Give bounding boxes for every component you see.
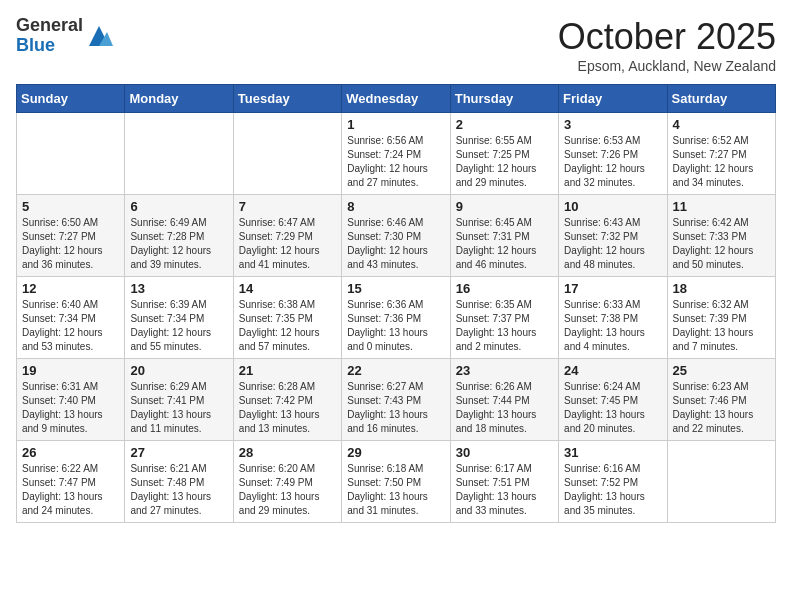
day-info: Sunrise: 6:50 AM Sunset: 7:27 PM Dayligh… [22,216,119,272]
day-info: Sunrise: 6:52 AM Sunset: 7:27 PM Dayligh… [673,134,770,190]
calendar-cell: 17Sunrise: 6:33 AM Sunset: 7:38 PM Dayli… [559,277,667,359]
day-number: 26 [22,445,119,460]
weekday-header-monday: Monday [125,85,233,113]
calendar-cell: 31Sunrise: 6:16 AM Sunset: 7:52 PM Dayli… [559,441,667,523]
day-number: 13 [130,281,227,296]
day-number: 5 [22,199,119,214]
calendar-cell [667,441,775,523]
day-number: 8 [347,199,444,214]
day-info: Sunrise: 6:17 AM Sunset: 7:51 PM Dayligh… [456,462,553,518]
weekday-header-sunday: Sunday [17,85,125,113]
day-number: 3 [564,117,661,132]
calendar-cell: 18Sunrise: 6:32 AM Sunset: 7:39 PM Dayli… [667,277,775,359]
calendar-cell: 6Sunrise: 6:49 AM Sunset: 7:28 PM Daylig… [125,195,233,277]
day-info: Sunrise: 6:33 AM Sunset: 7:38 PM Dayligh… [564,298,661,354]
day-info: Sunrise: 6:43 AM Sunset: 7:32 PM Dayligh… [564,216,661,272]
day-number: 7 [239,199,336,214]
calendar-week-row: 12Sunrise: 6:40 AM Sunset: 7:34 PM Dayli… [17,277,776,359]
day-info: Sunrise: 6:32 AM Sunset: 7:39 PM Dayligh… [673,298,770,354]
day-info: Sunrise: 6:38 AM Sunset: 7:35 PM Dayligh… [239,298,336,354]
calendar-week-row: 1Sunrise: 6:56 AM Sunset: 7:24 PM Daylig… [17,113,776,195]
logo-icon [85,22,113,50]
day-number: 20 [130,363,227,378]
day-info: Sunrise: 6:35 AM Sunset: 7:37 PM Dayligh… [456,298,553,354]
calendar-cell: 22Sunrise: 6:27 AM Sunset: 7:43 PM Dayli… [342,359,450,441]
calendar-cell: 25Sunrise: 6:23 AM Sunset: 7:46 PM Dayli… [667,359,775,441]
day-info: Sunrise: 6:28 AM Sunset: 7:42 PM Dayligh… [239,380,336,436]
day-number: 4 [673,117,770,132]
day-number: 23 [456,363,553,378]
calendar-week-row: 26Sunrise: 6:22 AM Sunset: 7:47 PM Dayli… [17,441,776,523]
day-number: 28 [239,445,336,460]
day-number: 24 [564,363,661,378]
day-number: 29 [347,445,444,460]
day-info: Sunrise: 6:49 AM Sunset: 7:28 PM Dayligh… [130,216,227,272]
day-number: 18 [673,281,770,296]
calendar-cell: 16Sunrise: 6:35 AM Sunset: 7:37 PM Dayli… [450,277,558,359]
day-number: 30 [456,445,553,460]
calendar-cell: 8Sunrise: 6:46 AM Sunset: 7:30 PM Daylig… [342,195,450,277]
calendar-cell: 3Sunrise: 6:53 AM Sunset: 7:26 PM Daylig… [559,113,667,195]
calendar-cell: 1Sunrise: 6:56 AM Sunset: 7:24 PM Daylig… [342,113,450,195]
calendar-cell: 5Sunrise: 6:50 AM Sunset: 7:27 PM Daylig… [17,195,125,277]
weekday-header-friday: Friday [559,85,667,113]
day-number: 27 [130,445,227,460]
weekday-header-thursday: Thursday [450,85,558,113]
calendar-cell: 30Sunrise: 6:17 AM Sunset: 7:51 PM Dayli… [450,441,558,523]
calendar-cell: 19Sunrise: 6:31 AM Sunset: 7:40 PM Dayli… [17,359,125,441]
day-number: 12 [22,281,119,296]
logo-general-text: General [16,16,83,36]
calendar-cell: 27Sunrise: 6:21 AM Sunset: 7:48 PM Dayli… [125,441,233,523]
calendar-cell: 21Sunrise: 6:28 AM Sunset: 7:42 PM Dayli… [233,359,341,441]
calendar-cell: 4Sunrise: 6:52 AM Sunset: 7:27 PM Daylig… [667,113,775,195]
day-info: Sunrise: 6:39 AM Sunset: 7:34 PM Dayligh… [130,298,227,354]
day-number: 17 [564,281,661,296]
weekday-header-saturday: Saturday [667,85,775,113]
calendar-cell: 24Sunrise: 6:24 AM Sunset: 7:45 PM Dayli… [559,359,667,441]
weekday-header-tuesday: Tuesday [233,85,341,113]
calendar-cell: 12Sunrise: 6:40 AM Sunset: 7:34 PM Dayli… [17,277,125,359]
day-info: Sunrise: 6:18 AM Sunset: 7:50 PM Dayligh… [347,462,444,518]
day-info: Sunrise: 6:55 AM Sunset: 7:25 PM Dayligh… [456,134,553,190]
calendar-week-row: 5Sunrise: 6:50 AM Sunset: 7:27 PM Daylig… [17,195,776,277]
logo-blue-text: Blue [16,36,83,56]
day-info: Sunrise: 6:31 AM Sunset: 7:40 PM Dayligh… [22,380,119,436]
calendar-cell: 15Sunrise: 6:36 AM Sunset: 7:36 PM Dayli… [342,277,450,359]
calendar-table: SundayMondayTuesdayWednesdayThursdayFrid… [16,84,776,523]
calendar-cell: 14Sunrise: 6:38 AM Sunset: 7:35 PM Dayli… [233,277,341,359]
calendar-cell: 10Sunrise: 6:43 AM Sunset: 7:32 PM Dayli… [559,195,667,277]
day-info: Sunrise: 6:22 AM Sunset: 7:47 PM Dayligh… [22,462,119,518]
day-number: 31 [564,445,661,460]
weekday-header-wednesday: Wednesday [342,85,450,113]
day-number: 2 [456,117,553,132]
day-info: Sunrise: 6:29 AM Sunset: 7:41 PM Dayligh… [130,380,227,436]
calendar-cell: 2Sunrise: 6:55 AM Sunset: 7:25 PM Daylig… [450,113,558,195]
day-info: Sunrise: 6:24 AM Sunset: 7:45 PM Dayligh… [564,380,661,436]
day-info: Sunrise: 6:20 AM Sunset: 7:49 PM Dayligh… [239,462,336,518]
calendar-cell: 29Sunrise: 6:18 AM Sunset: 7:50 PM Dayli… [342,441,450,523]
calendar-cell [17,113,125,195]
page-header: General Blue October 2025 Epsom, Aucklan… [16,16,776,74]
day-info: Sunrise: 6:56 AM Sunset: 7:24 PM Dayligh… [347,134,444,190]
day-number: 16 [456,281,553,296]
day-info: Sunrise: 6:27 AM Sunset: 7:43 PM Dayligh… [347,380,444,436]
day-info: Sunrise: 6:21 AM Sunset: 7:48 PM Dayligh… [130,462,227,518]
day-number: 15 [347,281,444,296]
logo: General Blue [16,16,113,56]
day-number: 22 [347,363,444,378]
calendar-cell [125,113,233,195]
calendar-cell: 11Sunrise: 6:42 AM Sunset: 7:33 PM Dayli… [667,195,775,277]
day-number: 1 [347,117,444,132]
month-title: October 2025 [558,16,776,58]
day-number: 14 [239,281,336,296]
day-info: Sunrise: 6:36 AM Sunset: 7:36 PM Dayligh… [347,298,444,354]
calendar-cell [233,113,341,195]
calendar-cell: 26Sunrise: 6:22 AM Sunset: 7:47 PM Dayli… [17,441,125,523]
calendar-cell: 7Sunrise: 6:47 AM Sunset: 7:29 PM Daylig… [233,195,341,277]
day-info: Sunrise: 6:23 AM Sunset: 7:46 PM Dayligh… [673,380,770,436]
day-number: 10 [564,199,661,214]
calendar-cell: 20Sunrise: 6:29 AM Sunset: 7:41 PM Dayli… [125,359,233,441]
calendar-cell: 9Sunrise: 6:45 AM Sunset: 7:31 PM Daylig… [450,195,558,277]
day-info: Sunrise: 6:16 AM Sunset: 7:52 PM Dayligh… [564,462,661,518]
day-info: Sunrise: 6:26 AM Sunset: 7:44 PM Dayligh… [456,380,553,436]
